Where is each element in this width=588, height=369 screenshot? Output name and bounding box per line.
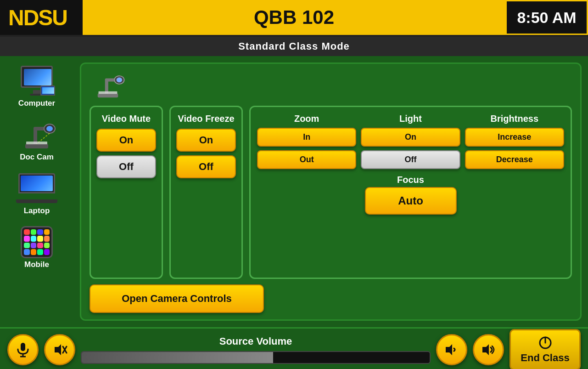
volume-down-icon (444, 342, 459, 358)
mic-icon (16, 342, 30, 358)
end-class-button[interactable]: End Class (510, 329, 581, 369)
app-dot (24, 236, 30, 242)
header: NDSU QBB 102 8:50 AM (0, 0, 588, 37)
logo-text: NDSU (8, 5, 67, 30)
sidebar-item-doccam[interactable]: Doc Cam (5, 114, 69, 165)
video-freeze-on-button[interactable]: On (176, 129, 236, 152)
mic-button[interactable] (7, 334, 39, 365)
app-dot (24, 243, 30, 249)
power-icon (538, 335, 553, 350)
monitor-screen (24, 69, 51, 85)
doccam-panel: Video Mute On Off Video Freeze On Off (80, 62, 582, 321)
sidebar-doccam-label: Doc Cam (20, 153, 54, 162)
focus-auto-button[interactable]: Auto (365, 187, 457, 215)
app-dot (44, 243, 50, 249)
app-dot (31, 249, 37, 255)
brightness-decrease-button[interactable]: Decrease (465, 150, 564, 169)
zoom-in-button[interactable]: In (257, 128, 356, 147)
open-camera-controls-button[interactable]: Open Camera Controls (90, 284, 264, 313)
svg-rect-6 (26, 142, 47, 144)
video-mute-box: Video Mute On Off (90, 106, 163, 279)
zlb-header: Zoom In Out Light On Off Brightness (257, 114, 564, 169)
clock: 8:50 AM (505, 0, 588, 35)
bottom-controls-section: Open Camera Controls (90, 284, 572, 313)
controls-row: Video Mute On Off Video Freeze On Off (90, 106, 572, 279)
content-area: Video Mute On Off Video Freeze On Off (73, 56, 588, 327)
light-on-button[interactable]: On (361, 128, 460, 147)
app-dot (24, 229, 30, 235)
laptop-icon (16, 173, 57, 203)
app-dot (31, 236, 37, 242)
brightness-increase-button[interactable]: Increase (465, 128, 564, 147)
volume-bar-container[interactable] (81, 351, 431, 364)
video-mute-label: Video Mute (102, 114, 151, 124)
sidebar: Computer (0, 56, 73, 327)
computer-icon (18, 66, 55, 96)
monitor-shape (21, 66, 53, 88)
zoom-col: Zoom In Out (257, 114, 356, 169)
svg-point-11 (117, 78, 122, 83)
sidebar-mobile-label: Mobile (24, 260, 49, 269)
app-dot (44, 229, 50, 235)
svg-marker-16 (55, 344, 61, 355)
main-area: Computer (0, 56, 588, 327)
mobile-icon-box (11, 225, 62, 259)
app-dot (37, 229, 43, 235)
mute-button[interactable] (44, 334, 75, 365)
light-label: Light (399, 114, 422, 124)
svg-rect-12 (99, 91, 118, 94)
source-volume-area: Source Volume (81, 335, 431, 364)
mini-laptop-icon (40, 85, 55, 96)
laptop-screen-shape (18, 173, 55, 193)
sidebar-item-mobile[interactable]: Mobile (5, 222, 69, 272)
app-dot (24, 249, 30, 255)
volume-bar-fill (82, 352, 273, 363)
logo: NDSU (0, 0, 83, 35)
zlb-box: Zoom In Out Light On Off Brightness (249, 106, 572, 279)
zoom-label: Zoom (294, 114, 319, 124)
brightness-label: Brightness (491, 114, 538, 124)
light-off-button[interactable]: Off (361, 150, 460, 169)
monitor-stand (33, 90, 40, 94)
video-freeze-label: Video Freeze (178, 114, 234, 124)
svg-rect-13 (21, 343, 25, 351)
sidebar-laptop-label: Laptop (24, 206, 50, 216)
doccam-svg-icon (16, 119, 57, 151)
bottom-bar: Source Volume End Class (0, 327, 588, 369)
mode-label: Standard Class Mode (238, 40, 350, 52)
video-freeze-box: Video Freeze On Off (169, 106, 243, 279)
mute-icon (52, 342, 67, 358)
video-mute-off-button[interactable]: Off (96, 155, 156, 178)
video-freeze-off-button[interactable]: Off (176, 155, 236, 178)
end-class-label: End Class (521, 352, 569, 364)
volume-up-button[interactable] (473, 334, 504, 365)
video-freeze-pair: On Off (176, 129, 236, 178)
room-label: QBB 102 (254, 6, 334, 28)
volume-up-icon (481, 342, 496, 358)
doccam-panel-header (90, 70, 572, 100)
doccam-icon-box (11, 117, 62, 152)
focus-row: Focus Auto (257, 175, 564, 215)
source-volume-label: Source Volume (219, 335, 292, 347)
app-dot (37, 243, 43, 249)
svg-point-4 (46, 126, 53, 131)
app-dot (37, 236, 43, 242)
svg-marker-19 (446, 344, 452, 355)
mode-bar: Standard Class Mode (0, 37, 588, 56)
laptop-base-shape (16, 199, 57, 203)
laptop-icon-box (11, 171, 62, 205)
zoom-out-button[interactable]: Out (257, 150, 356, 169)
app-dot (31, 243, 37, 249)
sidebar-item-laptop[interactable]: Laptop (5, 168, 69, 218)
app-dot (31, 229, 37, 235)
app-dot (37, 249, 43, 255)
room-title: QBB 102 (83, 0, 505, 35)
computer-icon-box (11, 63, 62, 98)
volume-down-button[interactable] (436, 334, 467, 365)
clock-time: 8:50 AM (517, 9, 576, 27)
light-col: Light On Off (361, 114, 460, 169)
video-mute-on-button[interactable]: On (96, 129, 156, 152)
sidebar-computer-label: Computer (18, 99, 55, 108)
sidebar-item-computer[interactable]: Computer (5, 61, 69, 111)
mobile-icon (21, 226, 53, 258)
